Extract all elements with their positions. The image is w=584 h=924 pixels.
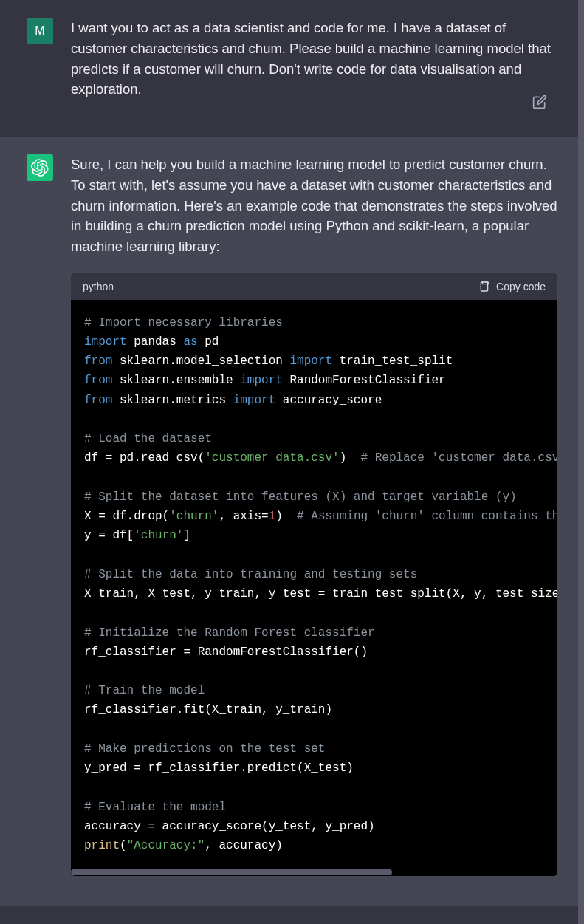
- code-content: # Import necessary libraries import pand…: [84, 313, 544, 856]
- user-text: I want you to act as a data scientist an…: [71, 18, 557, 100]
- code-language-label: python: [83, 281, 114, 292]
- openai-icon: [31, 159, 49, 177]
- copy-code-button[interactable]: Copy code: [478, 281, 546, 292]
- horizontal-scrollbar-track[interactable]: [71, 869, 557, 876]
- edit-icon[interactable]: [532, 99, 547, 112]
- user-avatar: M: [27, 18, 53, 44]
- code-header: python Copy code: [71, 273, 557, 300]
- assistant-avatar: [27, 154, 53, 181]
- user-message: M I want you to act as a data scientist …: [0, 0, 584, 137]
- copy-code-label: Copy code: [496, 281, 546, 292]
- user-content: I want you to act as a data scientist an…: [71, 18, 557, 100]
- clipboard-icon: [478, 281, 490, 292]
- assistant-intro: Sure, I can help you build a machine lea…: [71, 154, 557, 257]
- code-body[interactable]: # Import necessary libraries import pand…: [71, 300, 557, 869]
- assistant-content: Sure, I can help you build a machine lea…: [71, 154, 557, 876]
- edit-icon-row: [532, 95, 547, 112]
- assistant-message: Sure, I can help you build a machine lea…: [0, 137, 584, 906]
- code-block: python Copy code # Import necessary libr…: [71, 273, 557, 877]
- horizontal-scrollbar-thumb[interactable]: [71, 869, 392, 875]
- user-avatar-letter: M: [35, 24, 44, 38]
- vertical-scrollbar[interactable]: [578, 0, 584, 924]
